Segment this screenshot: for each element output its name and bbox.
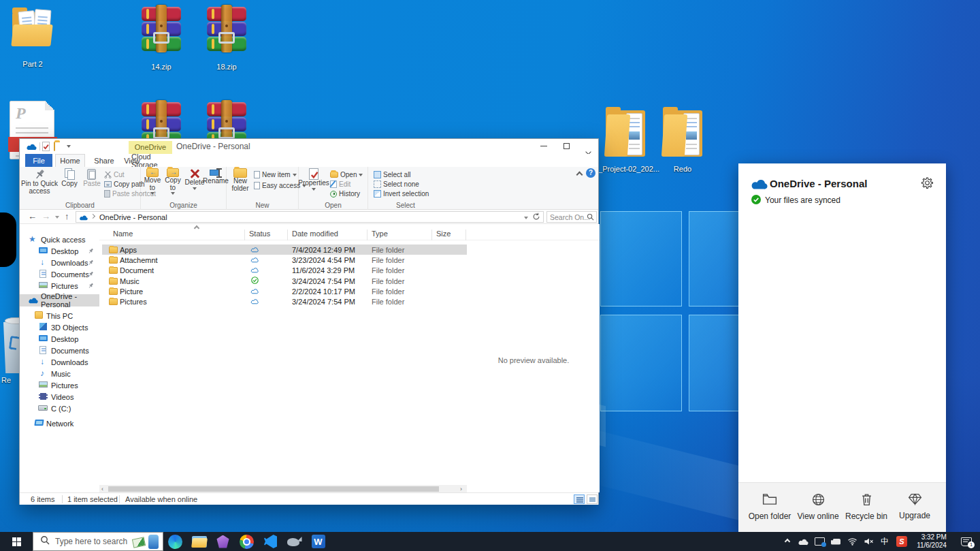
edit-button[interactable]: Edit — [330, 180, 350, 188]
tray-clock[interactable]: 3:32 PM11/6/2024 — [911, 532, 953, 551]
pin-to-quick-access-button[interactable]: Pin to Quick access — [21, 168, 58, 200]
details-view-button[interactable] — [574, 494, 585, 504]
column-name[interactable]: Name — [113, 230, 133, 238]
tray-sogou-icon[interactable]: S — [893, 532, 911, 551]
rename-button[interactable]: Rename — [205, 168, 227, 201]
sidebar-item-3d-objects[interactable]: 3D Objects — [20, 321, 99, 333]
recycle-bin-button[interactable]: Recycle bin — [843, 493, 890, 521]
new-item-button[interactable]: New item — [254, 171, 297, 178]
sidebar-item-pc-documents[interactable]: Documents — [20, 345, 99, 356]
sidebar-item-network[interactable]: Network — [20, 418, 99, 429]
qat-customize-icon[interactable] — [67, 145, 71, 148]
desktop-monitor-icon — [39, 247, 48, 253]
tray-ime-indicator[interactable]: 中 — [877, 532, 893, 551]
file-row-document[interactable]: Document 11/6/2024 3:29 PM File folder — [102, 265, 467, 275]
refresh-icon[interactable] — [532, 212, 540, 222]
ribbon: Pin to Quick access Copy Paste Cut wCopy… — [20, 167, 598, 210]
new-folder-button[interactable]: New folder — [228, 168, 252, 201]
folder-icon — [109, 247, 118, 253]
invert-selection-button[interactable]: Invert selection — [374, 190, 429, 198]
sidebar-item-downloads[interactable]: ↓Downloads — [20, 257, 99, 268]
tab-file[interactable]: File — [25, 154, 52, 167]
recent-locations-icon[interactable] — [55, 216, 59, 219]
history-button[interactable]: History — [330, 190, 360, 198]
large-icons-view-button[interactable] — [587, 494, 598, 504]
open-folder-button[interactable]: Open folder — [746, 493, 794, 521]
sidebar-item-pictures[interactable]: Pictures — [20, 280, 99, 292]
taskbar-word-icon[interactable]: W — [306, 532, 330, 551]
sidebar-item-c-drive[interactable]: C (C:) — [20, 403, 99, 414]
copy-path-button[interactable]: wCopy path — [104, 180, 145, 188]
sidebar-item-desktop[interactable]: Desktop — [20, 245, 99, 257]
sidebar-item-videos[interactable]: Videos — [20, 391, 99, 403]
file-row-apps[interactable]: Apps 7/4/2024 12:49 PM File folder — [102, 245, 467, 255]
properties-button[interactable]: Properties — [300, 168, 327, 201]
select-all-button[interactable]: Select all — [374, 171, 411, 178]
file-row-picture[interactable]: Picture 2/2/2024 10:17 PM File folder — [102, 286, 467, 296]
tab-home[interactable]: Home — [55, 154, 85, 167]
select-none-icon — [374, 180, 381, 188]
cut-button[interactable]: Cut — [104, 171, 125, 178]
sidebar-item-music[interactable]: ♪Music — [20, 368, 99, 379]
sidebar-item-documents[interactable]: Documents — [20, 268, 99, 280]
sidebar-item-pc-pictures[interactable]: Pictures — [20, 379, 99, 391]
panel-footer: Open folder View online Recycle bin Upgr… — [738, 482, 946, 533]
open-button[interactable]: Open — [330, 171, 363, 178]
upgrade-button[interactable]: Upgrade — [891, 493, 938, 520]
column-status[interactable]: Status — [249, 230, 270, 238]
tray-volume-muted-icon[interactable] — [860, 532, 877, 551]
tray-screenshare-icon[interactable] — [811, 532, 828, 551]
taskbar-vscode-icon[interactable] — [259, 532, 282, 551]
breadcrumb[interactable]: OneDrive - Personal — [99, 213, 167, 221]
action-center-icon[interactable]: 1 — [953, 532, 980, 551]
properties-qat-icon[interactable] — [42, 142, 50, 151]
move-to-button[interactable]: ←Move to — [142, 168, 163, 201]
tray-onedrive-icon[interactable] — [795, 532, 811, 551]
file-row-attachemnt[interactable]: Attachemnt 3/23/2024 4:54 PM File folder — [102, 255, 467, 265]
minimize-button[interactable] — [534, 139, 554, 153]
view-online-button[interactable]: View online — [794, 493, 842, 521]
taskbar-search[interactable]: Type here to search — [33, 532, 163, 551]
tray-wifi-icon[interactable] — [844, 532, 860, 551]
sidebar-item-pc-desktop[interactable]: Desktop — [20, 333, 99, 345]
search-box[interactable]: Search On... — [546, 211, 597, 223]
start-button[interactable] — [0, 532, 33, 551]
scroll-right-icon[interactable]: › — [460, 486, 462, 492]
column-type[interactable]: Type — [372, 230, 388, 238]
sidebar-item-onedrive[interactable]: OneDrive - Personal — [20, 294, 99, 306]
file-row-pictures[interactable]: Pictures 3/24/2024 7:54 PM File folder — [102, 296, 467, 306]
taskbar-edge-icon[interactable] — [163, 532, 187, 551]
copy-to-button[interactable]: →Copy to — [163, 168, 183, 201]
taskbar-explorer-icon[interactable] — [187, 532, 211, 551]
up-icon[interactable]: ↑ — [65, 211, 69, 221]
sidebar-item-quick-access[interactable]: ★Quick access — [20, 234, 99, 245]
maximize-button[interactable] — [556, 139, 576, 153]
forward-icon[interactable]: → — [42, 211, 50, 221]
taskbar-whale-app-icon[interactable] — [282, 532, 306, 551]
collapse-ribbon-icon[interactable] — [576, 172, 583, 178]
group-label-select: Select — [368, 202, 443, 209]
column-size[interactable]: Size — [436, 230, 451, 238]
paste-button[interactable]: Paste — [81, 168, 103, 200]
address-dropdown-icon[interactable] — [524, 217, 528, 219]
sidebar-item-pc-downloads[interactable]: ↓Downloads — [20, 356, 99, 368]
settings-gear-icon[interactable] — [921, 177, 934, 193]
scrollbar-thumb[interactable] — [108, 486, 439, 492]
back-icon[interactable]: ← — [28, 211, 37, 221]
help-button[interactable]: ? — [586, 168, 595, 178]
copy-button[interactable]: Copy — [59, 168, 80, 200]
tray-show-hidden-icon[interactable] — [780, 532, 795, 551]
tab-cloud-storage[interactable]: Cloud Storage — [129, 154, 172, 167]
taskbar-chrome-icon[interactable] — [235, 532, 259, 551]
sidebar-item-this-pc[interactable]: This PC — [20, 310, 99, 321]
column-date-modified[interactable]: Date modified — [292, 230, 338, 238]
file-row-music[interactable]: Music 3/24/2024 7:54 PM File folder — [102, 276, 467, 286]
select-none-button[interactable]: Select none — [374, 180, 419, 188]
tab-share[interactable]: Share — [89, 154, 119, 167]
taskbar-gem-app-icon[interactable] — [211, 532, 235, 551]
folder-qat-icon[interactable] — [54, 142, 55, 151]
tray-device-icon[interactable] — [828, 532, 844, 551]
delete-button[interactable]: Delete — [184, 168, 205, 201]
address-bar[interactable]: OneDrive - Personal — [76, 211, 544, 223]
scroll-left-icon[interactable]: ‹ — [101, 486, 103, 492]
